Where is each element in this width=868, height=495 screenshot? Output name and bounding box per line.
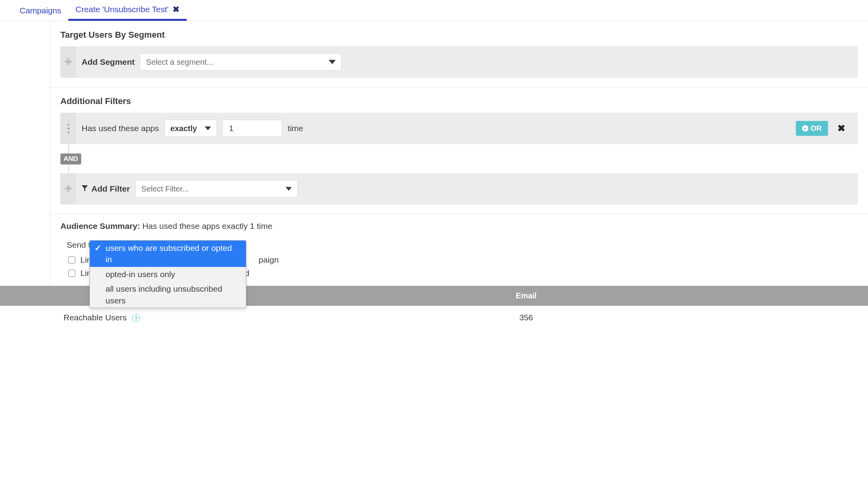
and-connector: AND bbox=[60, 144, 858, 173]
send-to-option-opted-in[interactable]: opted-in users only bbox=[90, 267, 246, 281]
operator-value: exactly bbox=[170, 124, 197, 133]
plus-circle-icon: + bbox=[802, 125, 808, 132]
segment-title: Target Users By Segment bbox=[60, 30, 858, 40]
add-filter-row: ✚ Add Filter Select Filter... bbox=[60, 173, 858, 205]
tab-create[interactable]: Create 'Unsubscribe Test' ✖ bbox=[68, 0, 187, 21]
tab-bar: Campaigns Create 'Unsubscribe Test' ✖ bbox=[0, 0, 868, 21]
reach-row-label-cell: Reachable Users ? bbox=[0, 306, 184, 329]
left-gutter bbox=[0, 21, 50, 286]
segment-select[interactable]: Select a segment... bbox=[140, 53, 342, 71]
filter-row-1: Has used these apps exactly time + bbox=[60, 113, 858, 144]
count-input-wrap bbox=[222, 120, 282, 137]
and-badge: AND bbox=[60, 153, 81, 164]
unit-label: time bbox=[288, 124, 303, 133]
filter-label: Has used these apps bbox=[82, 124, 159, 133]
plus-icon: ✚ bbox=[65, 57, 72, 67]
count-input[interactable] bbox=[228, 124, 276, 133]
drag-handle[interactable] bbox=[60, 113, 76, 144]
audience-summary-text: Has used these apps exactly 1 time bbox=[142, 221, 273, 230]
help-icon[interactable]: ? bbox=[132, 314, 140, 322]
chevron-down-icon bbox=[205, 125, 211, 132]
segment-row: ✚ Add Segment Select a segment... bbox=[60, 46, 858, 78]
tab-campaigns-label: Campaigns bbox=[20, 6, 61, 15]
send-to-option-subscribed[interactable]: users who are subscribed or opted in bbox=[90, 241, 246, 267]
chevron-down-icon bbox=[329, 58, 336, 66]
audience-summary-label: Audience Summary: bbox=[60, 221, 140, 230]
or-label: OR bbox=[811, 124, 822, 133]
filter-select-placeholder: Select Filter... bbox=[141, 184, 189, 194]
send-to-dropdown[interactable]: users who are subscribed or opted in opt… bbox=[89, 240, 246, 308]
close-icon[interactable]: ✖ bbox=[173, 5, 180, 14]
filters-title: Additional Filters bbox=[60, 96, 858, 106]
segment-select-placeholder: Select a segment... bbox=[146, 58, 213, 67]
add-filter-handle[interactable]: ✚ bbox=[60, 173, 76, 205]
operator-select[interactable]: exactly bbox=[164, 120, 217, 137]
reach-value: 356 bbox=[184, 306, 868, 329]
or-button[interactable]: + OR bbox=[796, 121, 828, 136]
remove-filter-icon[interactable]: ✖ bbox=[833, 123, 852, 134]
reach-col-email: Email bbox=[184, 286, 868, 306]
chevron-down-icon bbox=[286, 186, 292, 192]
limit-recipients-checkbox[interactable] bbox=[68, 256, 75, 263]
add-segment-handle[interactable]: ✚ bbox=[60, 46, 76, 78]
obscured-text-tail: paign bbox=[258, 255, 278, 265]
reach-row: Reachable Users ? 356 bbox=[0, 306, 868, 329]
add-filter-label: Add Filter bbox=[82, 184, 130, 194]
add-segment-label: Add Segment bbox=[82, 57, 135, 67]
audience-summary-section: Audience Summary: Has used these apps ex… bbox=[50, 214, 868, 286]
limit-rate-checkbox[interactable] bbox=[68, 270, 75, 277]
tab-campaigns[interactable]: Campaigns bbox=[13, 0, 68, 21]
send-to-row: Send to users who are subscribed or opte… bbox=[67, 240, 858, 250]
filter-icon bbox=[82, 185, 88, 192]
filters-section: Additional Filters Has used these apps e… bbox=[50, 88, 868, 214]
audience-summary-line: Audience Summary: Has used these apps ex… bbox=[60, 221, 858, 231]
tab-create-label: Create 'Unsubscribe Test' bbox=[75, 5, 169, 14]
send-to-option-all[interactable]: all users including unsubscribed users bbox=[90, 281, 246, 308]
plus-icon: ✚ bbox=[65, 184, 72, 194]
reach-row-label: Reachable Users bbox=[64, 313, 127, 322]
filter-select[interactable]: Select Filter... bbox=[135, 180, 298, 197]
segment-section: Target Users By Segment ✚ Add Segment Se… bbox=[50, 21, 868, 88]
